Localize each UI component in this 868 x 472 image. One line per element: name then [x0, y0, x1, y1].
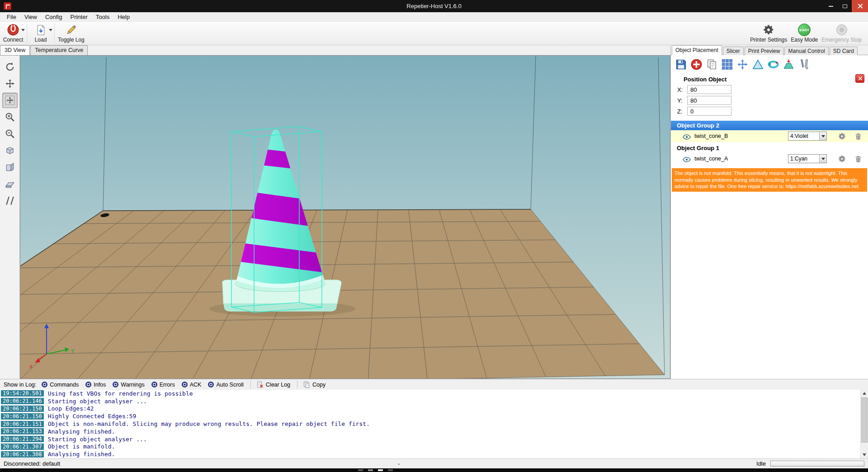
object-analysis-button[interactable]: [798, 59, 810, 70]
minimize-button[interactable]: [824, 0, 838, 12]
toggle-dot-icon: [182, 382, 188, 387]
close-button[interactable]: [852, 0, 868, 12]
connect-button[interactable]: Connect: [1, 23, 25, 44]
log-area[interactable]: 19:54:20.501Using fast VBOs for renderin…: [0, 390, 868, 458]
tab-manual-control[interactable]: Manual Control: [784, 47, 828, 55]
visibility-eye-icon[interactable]: [683, 156, 691, 161]
toggle-dot-icon: [208, 382, 214, 387]
extruder-select[interactable]: 1:Cyan: [788, 154, 827, 163]
easy-mode-button[interactable]: EASY Easy Mode: [789, 23, 820, 44]
title-bar: Repetier-Host V1.6.0: [0, 0, 868, 12]
object-settings-button[interactable]: [838, 155, 846, 163]
filter-ack[interactable]: ACK: [182, 382, 202, 388]
position-y-input[interactable]: [687, 96, 731, 105]
object-row-twist-cone-b[interactable]: twist_cone_B 4:Violet: [671, 130, 868, 142]
object-name[interactable]: twist_cone_A: [694, 156, 728, 162]
extruder-select[interactable]: 4:Violet: [788, 132, 827, 141]
axis-x-label: X: [29, 364, 33, 369]
rotate-view-button[interactable]: [2, 59, 18, 75]
clear-log-button[interactable]: Clear Log: [256, 381, 290, 388]
filter-errors[interactable]: Errors: [151, 382, 175, 388]
copy-log-button[interactable]: Copy: [303, 381, 326, 388]
maximize-button[interactable]: [838, 0, 852, 12]
parallel-projection-icon: [5, 196, 15, 206]
printer-settings-button[interactable]: Printer Settings: [748, 23, 789, 44]
gear-icon: [763, 24, 774, 35]
connect-dropdown-caret[interactable]: [21, 29, 25, 31]
move-object-button[interactable]: [2, 93, 18, 108]
add-object-button[interactable]: [691, 59, 702, 70]
taskbar-item[interactable]: [368, 469, 373, 471]
scroll-up-button[interactable]: [861, 390, 868, 397]
axis-y-label: Y: [71, 348, 75, 354]
object-group-2-header[interactable]: Object Group 2: [671, 121, 868, 130]
isometric-view-button[interactable]: [2, 143, 18, 158]
menu-config[interactable]: Config: [41, 12, 66, 22]
menu-printer[interactable]: Printer: [66, 12, 91, 22]
taskbar-item[interactable]: [388, 469, 393, 471]
filter-commands[interactable]: Commands: [42, 382, 79, 388]
zoom-out-button[interactable]: [2, 126, 18, 142]
position-z-input[interactable]: [687, 107, 731, 116]
top-view-button[interactable]: [2, 176, 18, 192]
front-plane-icon: [5, 162, 15, 172]
copy-object-button[interactable]: [706, 59, 717, 70]
move-viewpoint-button[interactable]: [2, 76, 18, 91]
log-scrollbar[interactable]: [860, 390, 868, 458]
menu-file[interactable]: File: [3, 12, 20, 22]
object-name[interactable]: twist_cone_B: [694, 133, 728, 139]
scale-object-button[interactable]: [752, 59, 764, 70]
tab-slicer[interactable]: Slicer: [723, 47, 744, 55]
status-center: -: [398, 459, 400, 468]
toolbar-separator: [27, 24, 27, 44]
delete-object-button[interactable]: [854, 155, 862, 163]
emergency-stop-button[interactable]: Emergency Stop: [820, 23, 863, 44]
taskbar-sliver[interactable]: [0, 468, 868, 472]
filter-auto-scroll[interactable]: Auto Scroll: [208, 382, 243, 388]
position-x-input[interactable]: [687, 85, 731, 94]
toggle-log-button[interactable]: Toggle Log: [56, 23, 86, 44]
autoposition-button[interactable]: [722, 59, 733, 70]
z-label: Z:: [677, 108, 687, 115]
combo-dropdown-button[interactable]: [819, 155, 826, 163]
taskbar-item[interactable]: [358, 469, 363, 471]
chevron-down-icon: [821, 158, 825, 160]
scrollbar-thumb[interactable]: [861, 397, 868, 443]
tab-print-preview[interactable]: Print Preview: [745, 47, 784, 55]
save-objects-button[interactable]: [675, 59, 687, 70]
object-row-twist-cone-a[interactable]: twist_cone_A 1:Cyan: [671, 153, 868, 165]
close-panel-button[interactable]: [855, 74, 864, 83]
trash-icon: [854, 155, 862, 163]
3d-viewport[interactable]: Y X: [20, 55, 670, 379]
zoom-in-button[interactable]: [2, 109, 18, 125]
center-object-button[interactable]: [737, 59, 748, 70]
visibility-eye-icon[interactable]: [683, 133, 691, 139]
menu-tools[interactable]: Tools: [92, 12, 113, 22]
combo-dropdown-button[interactable]: [819, 132, 826, 140]
tab-temperature-curve[interactable]: Temperature Curve: [30, 45, 88, 55]
front-view-button[interactable]: [2, 160, 18, 175]
delete-object-button[interactable]: [854, 132, 862, 140]
menu-view[interactable]: View: [20, 12, 41, 22]
rotate-object-button[interactable]: [768, 59, 779, 70]
load-button[interactable]: Load: [28, 23, 53, 44]
scroll-down-button[interactable]: [861, 451, 868, 458]
top-plane-icon: [5, 179, 15, 189]
tab-object-placement[interactable]: Object Placement: [672, 45, 722, 55]
move-arrows-icon: [5, 79, 15, 89]
main-toolbar: Connect Load Toggle Log Printer Settings…: [0, 22, 868, 45]
load-dropdown-caret[interactable]: [49, 29, 52, 31]
filter-infos[interactable]: Infos: [85, 382, 106, 388]
object-group-1-header[interactable]: Object Group 1: [671, 142, 868, 153]
lay-flat-button[interactable]: [783, 59, 794, 70]
parallel-projection-button[interactable]: [2, 193, 18, 208]
filter-warnings[interactable]: Warnings: [113, 382, 144, 388]
object-settings-button[interactable]: [838, 132, 846, 140]
3d-scene[interactable]: Y X: [20, 56, 670, 378]
taskbar-item[interactable]: [378, 469, 383, 471]
toggle-dot-icon: [42, 382, 47, 387]
menu-help[interactable]: Help: [113, 12, 134, 22]
tab-3d-view[interactable]: 3D View: [0, 45, 30, 55]
chevron-up-icon: [863, 392, 866, 395]
tab-sd-card[interactable]: SD Card: [830, 47, 858, 55]
